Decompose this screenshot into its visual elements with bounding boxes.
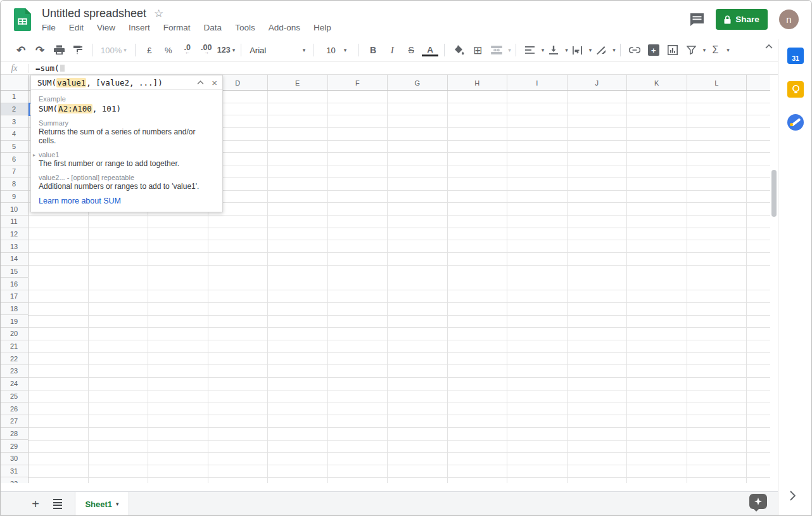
sheet-tab[interactable]: Sheet1 ▾ — [75, 492, 129, 516]
row-header[interactable]: 15 — [0, 266, 29, 278]
select-all-corner[interactable] — [0, 75, 29, 91]
collapse-toolbar-icon[interactable] — [765, 44, 773, 49]
vertical-scrollbar-thumb[interactable] — [771, 170, 777, 217]
vertical-align-icon[interactable] — [545, 42, 562, 58]
row-header[interactable]: 3 — [0, 115, 29, 128]
menu-item[interactable]: Tools — [235, 23, 255, 32]
document-title[interactable]: Untitled spreadsheet — [42, 7, 146, 20]
add-sheet-icon[interactable]: + — [28, 497, 43, 512]
column-header[interactable]: J — [568, 75, 628, 91]
row-header[interactable]: 17 — [0, 290, 29, 303]
undo-icon[interactable]: ↶ — [13, 42, 29, 58]
menu-item[interactable]: Insert — [129, 23, 150, 32]
comments-icon[interactable] — [690, 13, 704, 27]
row-header[interactable]: 2 — [0, 103, 29, 116]
row-header[interactable]: 12 — [0, 228, 29, 241]
redo-icon[interactable]: ↷ — [32, 42, 48, 58]
row-header[interactable]: 31 — [0, 465, 29, 478]
keep-icon[interactable] — [787, 81, 804, 98]
row-header[interactable]: 4 — [0, 128, 29, 141]
row-header[interactable]: 29 — [0, 440, 29, 453]
menu-item[interactable]: Format — [163, 23, 191, 32]
share-button[interactable]: Share — [716, 9, 768, 30]
row-header[interactable]: 22 — [0, 352, 29, 365]
row-header[interactable]: 1 — [0, 91, 29, 103]
star-icon[interactable]: ☆ — [154, 7, 163, 20]
sheets-logo-icon[interactable] — [14, 8, 31, 31]
tasks-icon[interactable] — [787, 114, 804, 131]
chevron-down-icon[interactable]: ▾ — [508, 47, 511, 53]
row-header[interactable]: 19 — [0, 315, 29, 328]
insert-link-icon[interactable] — [626, 42, 643, 58]
menu-item[interactable]: Add-ons — [269, 23, 300, 32]
chevron-down-icon[interactable]: ▾ — [542, 47, 545, 53]
column-header[interactable]: H — [448, 75, 508, 91]
chevron-down-icon[interactable]: ▾ — [726, 47, 730, 53]
fill-color-icon[interactable] — [450, 42, 467, 58]
row-header[interactable]: 7 — [0, 165, 29, 178]
chevron-down-icon[interactable]: ▾ — [565, 47, 568, 53]
column-header[interactable]: G — [388, 75, 448, 91]
insert-comment-icon[interactable]: + — [645, 42, 662, 58]
merge-cells-icon[interactable] — [488, 42, 505, 58]
calendar-icon[interactable]: 31 — [787, 48, 804, 64]
learn-more-link[interactable]: Learn more about SUM — [39, 197, 215, 205]
bold-icon[interactable]: B — [365, 42, 381, 58]
filter-icon[interactable] — [683, 42, 700, 58]
column-header[interactable]: I — [507, 75, 568, 91]
row-header[interactable]: 25 — [0, 390, 29, 403]
strikethrough-icon[interactable]: S — [403, 42, 419, 58]
format-currency-icon[interactable]: £ — [141, 42, 158, 58]
text-color-icon[interactable]: A — [422, 46, 438, 56]
column-header[interactable]: K — [627, 75, 687, 91]
expand-param-icon[interactable]: ▸ — [33, 152, 35, 158]
row-header[interactable]: 10 — [0, 203, 29, 216]
row-header[interactable]: 23 — [0, 365, 29, 378]
text-rotation-icon[interactable] — [593, 42, 609, 58]
row-header[interactable]: 11 — [0, 216, 29, 228]
avatar[interactable]: n — [779, 10, 799, 29]
column-header[interactable]: L — [687, 75, 747, 91]
row-header[interactable]: 8 — [0, 178, 29, 191]
functions-icon[interactable]: Σ — [707, 42, 723, 58]
row-header[interactable]: 24 — [0, 378, 29, 390]
font-size-select[interactable]: 10 ▾ — [320, 42, 353, 58]
chevron-down-icon[interactable]: ▾ — [589, 47, 592, 53]
row-header[interactable]: 20 — [0, 328, 29, 340]
menu-item[interactable]: Edit — [69, 23, 84, 32]
all-sheets-icon[interactable] — [51, 496, 65, 512]
row-header[interactable]: 27 — [0, 415, 29, 428]
column-header[interactable] — [747, 75, 770, 91]
formula-input[interactable]: =sum( — [29, 63, 778, 73]
explore-button[interactable] — [749, 494, 767, 509]
row-header[interactable]: 21 — [0, 340, 29, 353]
menu-item[interactable]: View — [97, 23, 115, 32]
font-family-select[interactable]: Arial ▾ — [247, 42, 308, 58]
row-header[interactable]: 30 — [0, 453, 29, 465]
column-header[interactable]: E — [268, 75, 328, 91]
chevron-down-icon[interactable]: ▾ — [703, 47, 706, 53]
print-icon[interactable] — [51, 42, 67, 58]
menu-item[interactable]: File — [42, 23, 56, 32]
format-percent-icon[interactable]: % — [160, 42, 177, 58]
row-header[interactable]: 18 — [0, 303, 29, 316]
chevron-down-icon[interactable]: ▾ — [612, 47, 616, 53]
zoom-select[interactable]: 100% ▾ — [98, 42, 129, 58]
text-wrap-icon[interactable] — [569, 42, 586, 58]
row-header[interactable]: 16 — [0, 278, 29, 290]
borders-icon[interactable]: ⊞ — [469, 42, 486, 58]
row-header[interactable]: 14 — [0, 253, 29, 266]
insert-chart-icon[interactable] — [664, 42, 681, 58]
menu-item[interactable]: Data — [204, 23, 222, 32]
collapse-popup-icon[interactable] — [197, 81, 204, 84]
row-header[interactable]: 5 — [0, 141, 29, 153]
paint-format-icon[interactable] — [70, 42, 86, 58]
menu-item[interactable]: Help — [314, 23, 331, 32]
row-header[interactable]: 26 — [0, 403, 29, 415]
more-formats-button[interactable]: 123 ▾ — [217, 42, 235, 58]
row-header[interactable]: 6 — [0, 153, 29, 165]
column-header[interactable]: F — [328, 75, 388, 91]
close-popup-icon[interactable]: × — [212, 78, 217, 87]
italic-icon[interactable]: I — [384, 42, 400, 58]
increase-decimal-icon[interactable]: .00 → — [198, 42, 215, 58]
